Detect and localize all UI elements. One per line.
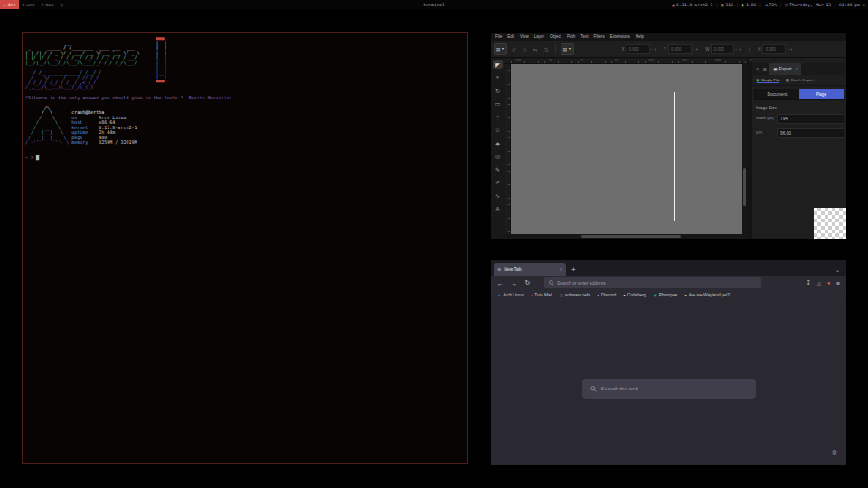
star-tool[interactable]: ✩ — [493, 126, 503, 135]
arch-bookmark-icon: ▲ — [497, 293, 501, 297]
inkscape-menubar: FileEditViewLayerObjectPathTextFiltersEx… — [491, 33, 846, 41]
menu-help[interactable]: Help — [636, 34, 644, 39]
terminal-output: ▄▄▄ __ | | _ _____ / /________ ____ ___ … — [23, 33, 467, 161]
menu-path[interactable]: Path — [567, 34, 575, 39]
tray-icon[interactable]: ▪ — [863, 2, 865, 7]
y-spinbox[interactable]: Y0.000−+ — [664, 44, 698, 54]
batch-export-tab[interactable]: ▦ Batch Export — [786, 78, 814, 82]
menu-view[interactable]: View — [520, 34, 529, 39]
selector-tool[interactable]: ◤ — [493, 60, 503, 69]
bookmark-tuta-mail[interactable]: ●Tuta Mail — [531, 293, 552, 297]
status-modules: ▲6.11.8-arch2-1|▤31G|▮1.8G|◀72%|◔Thursda… — [672, 2, 868, 7]
new-tab-button[interactable]: + — [571, 266, 576, 274]
browser-navbar: ← → ↻ Search or enter address ↧ ⌂ ● ≡ — [491, 276, 846, 290]
node-tool[interactable]: ⌖ — [493, 73, 503, 82]
search-icon — [549, 280, 554, 286]
edit-dialog-icon[interactable]: ✎ — [756, 67, 760, 72]
image-size-label: Image Size — [756, 106, 846, 110]
box3d-tool[interactable]: ◆ — [493, 138, 503, 147]
inkscape-toolbar: ▤▼ ↺ ↻ ⇆ ⇅ ▤▼ X0.000−+Y0.000−+W0.000−+▯H… — [491, 41, 846, 58]
dpi-input[interactable]: 96.00 — [777, 128, 844, 138]
selector-mode-dropdown[interactable]: ▤▼ — [494, 43, 507, 55]
module-disk: ▤31G — [721, 2, 733, 7]
width-input[interactable]: 794 — [777, 114, 844, 124]
separator: | — [760, 3, 762, 7]
terminal-window[interactable]: ▄▄▄ __ | | _ _____ / /________ ____ ___ … — [22, 32, 468, 464]
inkscape-canvas[interactable] — [511, 64, 742, 234]
downloads-icon[interactable]: ↧ — [806, 279, 810, 286]
personalize-gear-icon[interactable]: ⚙ — [832, 449, 837, 456]
menu-filters[interactable]: Filters — [594, 34, 605, 39]
pen-tool[interactable]: ✐ — [493, 178, 503, 187]
bookmark-photopea[interactable]: ▣Photopea — [654, 293, 678, 297]
home-icon[interactable]: ⌂ — [817, 280, 821, 286]
calligraphy-tool[interactable]: ∿ — [493, 191, 503, 200]
separator: | — [736, 3, 739, 7]
export-icon: ▣ — [773, 67, 778, 71]
menu-icon[interactable]: ≡ — [836, 280, 840, 286]
menu-extensions[interactable]: Extensions — [610, 34, 630, 39]
raise-lower-dropdown[interactable]: ▤▼ — [561, 43, 574, 55]
canvas-horizontal-scrollbar[interactable] — [505, 234, 747, 239]
reload-button[interactable]: ↻ — [522, 279, 533, 286]
export-mode-tabs: ▣ Single File ▦ Batch Export — [752, 75, 846, 86]
menu-edit[interactable]: Edit — [507, 34, 514, 39]
h-spinbox[interactable]: H0.000−+ — [758, 44, 793, 54]
tab-globe-icon: ⊕ — [497, 267, 501, 272]
inkscape-window: FileEditViewLayerObjectPathTextFiltersEx… — [491, 33, 846, 239]
w-spinbox[interactable]: W0.000−+ — [705, 44, 741, 54]
web-search-input[interactable]: Search the web — [582, 379, 756, 399]
back-button[interactable]: ← — [495, 280, 506, 286]
list-tabs-icon[interactable]: ⌄ — [835, 267, 840, 273]
tab-close-icon[interactable]: × — [560, 267, 562, 272]
forward-button[interactable]: → — [508, 280, 520, 286]
bookmark-are-we-wayland-yet-[interactable]: ●Are we Wayland yet? — [684, 293, 730, 297]
layers-dialog-icon[interactable]: ≣ — [763, 67, 768, 72]
text-tool[interactable]: A — [493, 204, 503, 213]
export-dialog-tab[interactable]: ▣ Export × — [769, 63, 801, 75]
desktop: ▸dev⊕web♪mus□ terminal ▲6.11.8-arch2-1|▤… — [0, 0, 868, 488]
module-clock: ◔Thursday, Mar 13 — 02:48 pm — [785, 2, 860, 7]
tweak-tool[interactable]: ↻ — [493, 86, 503, 95]
browser-tab[interactable]: ⊕ New Tab × — [494, 263, 566, 276]
flip-horizontal-icon[interactable]: ⇆ — [533, 46, 538, 52]
x-spinbox[interactable]: X0.000−+ — [622, 44, 656, 54]
bookmark-arch-linux[interactable]: ▲Arch Linux — [497, 293, 524, 297]
inkscape-toolbox: ◤⌖↻▭○✩◆◎✎✐∿A — [491, 58, 505, 239]
horizontal-ruler: -100-50050100150200250300 — [505, 58, 747, 64]
menu-text[interactable]: Text — [580, 34, 588, 39]
page-option[interactable]: Page — [799, 89, 844, 99]
menu-file[interactable]: File — [495, 34, 502, 39]
bookmark-software-refs[interactable]: ▢software refs — [560, 293, 590, 297]
menu-object[interactable]: Object — [550, 34, 561, 39]
rectangle-tool[interactable]: ▭ — [493, 99, 503, 108]
canvas-vertical-scrollbar[interactable] — [742, 64, 747, 234]
single-file-icon: ▣ — [756, 78, 760, 82]
rotate-cw-icon[interactable]: ↻ — [523, 46, 527, 52]
memory-icon: ▮ — [741, 2, 744, 7]
ruler-label: 150 — [682, 59, 687, 62]
document-option[interactable]: Document — [755, 89, 799, 99]
ruler-label: 0 — [581, 59, 583, 62]
bookmark-codeberg[interactable]: ●Codeberg — [623, 293, 646, 297]
bookmark-discord[interactable]: ●Discord — [597, 293, 616, 297]
export-dock: ✎ ≣ ▣ Export × ▣ Single File ▦ Ba — [752, 58, 846, 239]
spiral-tool[interactable]: ◎ — [493, 152, 503, 161]
ellipse-tool[interactable]: ○ — [493, 112, 503, 121]
lock-ratio-icon[interactable]: ▯ — [749, 47, 750, 52]
single-file-tab[interactable]: ▣ Single File — [756, 78, 780, 82]
separator: | — [779, 3, 782, 7]
dock-tab-bar: ✎ ≣ ▣ Export × — [752, 63, 846, 75]
page-border-right — [674, 92, 675, 221]
close-dialog-icon[interactable]: × — [796, 67, 798, 71]
export-preview — [814, 208, 846, 239]
extension-icon[interactable]: ● — [827, 280, 830, 286]
ruler-label: -50 — [548, 59, 552, 62]
url-bar[interactable]: Search or enter address — [544, 277, 761, 288]
flip-vertical-icon[interactable]: ⇅ — [544, 46, 549, 52]
module-memory: ▮1.8G — [741, 2, 757, 7]
menu-layer[interactable]: Layer — [534, 34, 544, 39]
vertical-ruler — [505, 64, 511, 234]
rotate-ccw-icon[interactable]: ↺ — [512, 46, 516, 52]
pencil-tool[interactable]: ✎ — [493, 164, 503, 174]
